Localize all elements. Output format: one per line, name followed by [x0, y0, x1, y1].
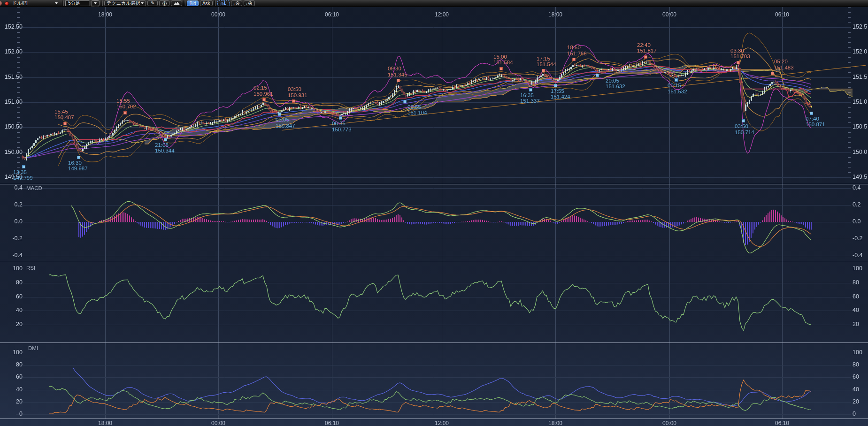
annotation-price: 151.703	[730, 53, 750, 60]
updown-arrow-icon: ↕	[246, 2, 248, 5]
dmi-axis-label: 100	[0, 350, 23, 356]
macd-axis-label: -0.4	[0, 252, 23, 259]
swing-marker	[596, 74, 599, 77]
info-icon: i	[162, 1, 167, 6]
macd-axis-label: 0.0	[0, 219, 23, 225]
time-axis-label-top: 18:00	[548, 11, 562, 18]
annotation-price: 149.799	[13, 175, 33, 181]
price-axis-label-left: 151.50	[0, 74, 23, 80]
dmi-axis-label: 100	[853, 350, 862, 356]
ask-label: Ask	[202, 1, 210, 6]
swing-marker	[737, 61, 740, 64]
time-axis-label-bottom: 00:00	[662, 420, 676, 426]
swing-marker	[529, 88, 532, 91]
annotation-time: 09:55	[407, 104, 427, 110]
macd-axis-label: 0.2	[0, 202, 23, 208]
annotation-time: 03:50	[735, 123, 754, 129]
price-axis-label-right: 152.0	[853, 49, 867, 55]
rsi-axis-label: 100	[853, 266, 862, 272]
swing-marker	[771, 72, 774, 75]
timeframe-select[interactable]: 5分足	[65, 0, 90, 6]
time-axis-label-bottom: 06:10	[325, 420, 339, 426]
time-axis-label-top: 06:10	[775, 11, 789, 18]
annotation-price: 150.714	[735, 129, 754, 136]
updown-arrow-icon: ↕	[233, 2, 235, 5]
ask-button[interactable]: Ask	[200, 0, 213, 6]
annotation-price: 150.961	[253, 91, 273, 97]
annotation-price: 150.931	[288, 92, 307, 99]
swing-marker	[742, 119, 745, 122]
macd-axis-label: 0.2	[853, 202, 860, 208]
rsi-axis-label: 60	[0, 294, 23, 300]
annotation-price: 151.104	[407, 110, 427, 116]
annotation-time: 06:35	[332, 121, 352, 127]
swing-marker	[810, 112, 813, 115]
annotation-time: 03:30	[730, 48, 750, 54]
draw-tool-button[interactable]: ✎	[147, 0, 158, 6]
pair-select[interactable]: ドル/円	[12, 0, 58, 7]
annotation-time: 05:20	[774, 59, 794, 65]
dmi-axis-label: 0	[0, 411, 23, 417]
annotation-price: 150.847	[276, 123, 295, 129]
annotation-time: 00:15	[668, 83, 687, 89]
panel-title-macd: MACD	[26, 185, 42, 191]
zoom-out-button[interactable]: ↕ −	[231, 0, 242, 6]
chevron-down-icon	[55, 2, 58, 4]
annotation-price: 151.544	[537, 61, 556, 68]
mountain-chart-icon	[174, 2, 180, 5]
annotation-time: 13:35	[13, 169, 33, 175]
price-axis-label-right: 149.5	[853, 174, 867, 180]
zoom-in-icon: +	[248, 1, 252, 5]
panel-title-dmi: DMI	[28, 345, 38, 351]
chevron-down-icon	[141, 2, 144, 4]
time-axis-label-bottom: 12:00	[435, 420, 449, 426]
swing-marker	[499, 67, 503, 70]
timeframe-dropdown-button[interactable]	[91, 0, 100, 6]
annotation-price: 151.424	[551, 94, 570, 100]
zoom-out-icon: −	[236, 1, 239, 5]
bid-button[interactable]: Bid	[187, 0, 198, 6]
rsi-axis-label: 60	[853, 294, 859, 300]
swing-marker	[339, 116, 342, 120]
annotation-time: 20:05	[606, 78, 625, 84]
separator	[214, 0, 216, 6]
annotation-time: 17:15	[537, 56, 556, 62]
rsi-axis-label: 80	[853, 280, 859, 286]
price-axis-label-left: 152.00	[0, 49, 23, 55]
time-axis-label-top: 18:00	[98, 11, 112, 18]
technical-select-button[interactable]: テクニカル選択	[104, 0, 146, 6]
pencil-icon: ✎	[151, 1, 154, 6]
record-status-icon	[5, 1, 9, 6]
swing-marker	[278, 113, 281, 116]
rsi-axis-label: 100	[0, 266, 23, 272]
volume-panel-button[interactable]	[217, 0, 230, 6]
info-button[interactable]: i	[159, 0, 169, 6]
separator	[184, 0, 185, 6]
zoom-in-button[interactable]: ↕ +	[244, 0, 255, 6]
dmi-axis-label: 20	[853, 399, 859, 405]
annotation-price: 151.337	[520, 98, 540, 104]
swing-marker	[63, 122, 67, 125]
price-axis-label-right: 150.0	[853, 149, 867, 155]
annotation-price: 151.532	[668, 89, 687, 95]
annotation-time: 03:05	[276, 117, 295, 123]
annotation-price: 151.632	[606, 84, 625, 90]
annotation-price: 151.584	[493, 60, 513, 66]
swing-marker	[542, 69, 545, 72]
price-axis-label-right: 150.5	[853, 124, 867, 130]
technical-label: テクニカル選択	[107, 0, 140, 7]
timeframe-label: 5分足	[68, 0, 80, 7]
chart-application: ドル/円 5分足 テクニカル選択 ✎ i Bid Ask	[0, 0, 868, 426]
dmi-axis-label: 80	[0, 362, 23, 368]
rsi-axis-label: 20	[853, 321, 859, 327]
pair-label: ドル/円	[12, 0, 28, 7]
annotation-price: 150.773	[332, 127, 352, 133]
swing-marker	[164, 138, 167, 141]
annotation-time: 15:00	[493, 54, 513, 60]
annotation-time: 16:35	[520, 92, 540, 99]
chart-style-button[interactable]	[171, 0, 182, 6]
price-axis-label-left: 150.50	[0, 124, 23, 130]
toolbar: ドル/円 5分足 テクニカル選択 ✎ i Bid Ask	[0, 0, 868, 7]
annotation-time: 22:40	[637, 42, 657, 48]
swing-marker	[292, 99, 295, 103]
